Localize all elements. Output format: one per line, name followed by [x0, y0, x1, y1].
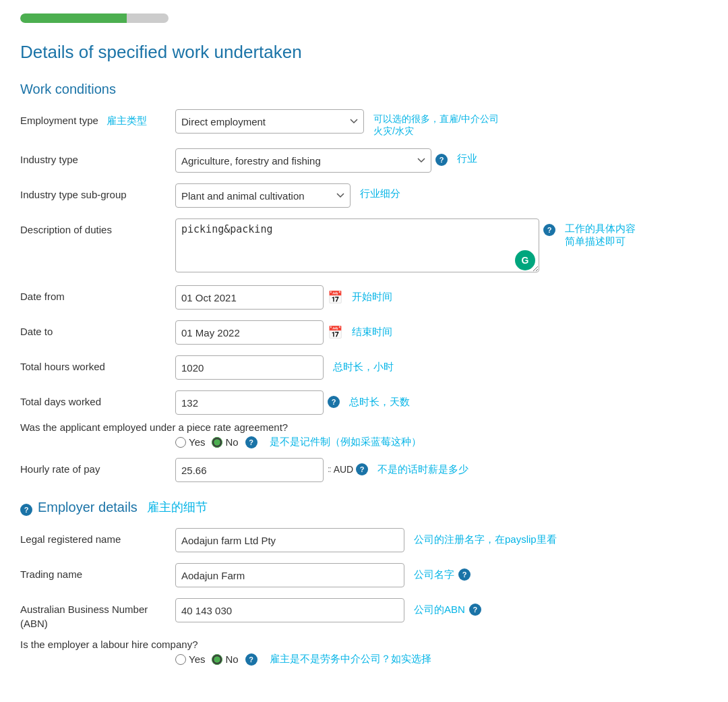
industry-sub-wrap: Plant and animal cultivation Fishing For…	[175, 183, 708, 208]
date-to-calendar-icon[interactable]: 📅	[328, 325, 342, 340]
abn-wrap: 公司的ABN ?	[175, 598, 708, 622]
labour-hire-yes-radio[interactable]	[175, 654, 186, 665]
currency-dots-icon: ::	[328, 465, 331, 474]
hourly-rate-help-icon[interactable]: ?	[356, 463, 368, 475]
date-from-annotation: 开始时间	[352, 291, 392, 303]
employer-title-row: ? Employer details 雇主的细节	[20, 498, 708, 516]
employer-section-help-icon[interactable]: ?	[20, 504, 32, 516]
total-hours-annotation: 总时长，小时	[333, 361, 394, 374]
labour-hire-no-label[interactable]: No	[212, 653, 238, 665]
trading-name-wrap: 公司名字 ?	[175, 563, 708, 587]
hourly-rate-grid: Hourly rate of pay :: AUD ? 不是的话时薪是多少	[20, 458, 708, 482]
aud-label: AUD	[334, 464, 354, 475]
piece-rate-annotation: 是不是记件制（例如采蓝莓这种）	[270, 436, 421, 448]
date-to-annotation: 结束时间	[352, 326, 392, 339]
abn-annotation: 公司的ABN	[414, 604, 465, 616]
duties-textarea[interactable]: picking&packing	[175, 218, 539, 272]
trading-name-input[interactable]	[175, 563, 404, 587]
date-from-label: Date from	[20, 285, 175, 303]
hourly-rate-wrap: :: AUD ? 不是的话时薪是多少	[175, 458, 708, 482]
duties-help-icon[interactable]: ?	[543, 224, 555, 236]
work-conditions-form: Employment type 雇主类型 Direct employment L…	[20, 109, 708, 415]
industry-type-wrap: Agriculture, forestry and fishing Mining…	[175, 148, 708, 173]
employer-details-section: ? Employer details 雇主的细节 Legal registere…	[20, 498, 708, 666]
hourly-rate-annotation: 不是的话时薪是多少	[377, 463, 468, 476]
industry-sub-label: Industry type sub-group	[20, 183, 175, 202]
abn-label: Australian Business Number (ABN)	[20, 598, 175, 631]
total-days-annotation: 总时长，天数	[349, 396, 410, 409]
abn-input[interactable]	[175, 598, 404, 622]
progress-bar-container	[20, 13, 169, 23]
date-to-input-wrap: 📅	[175, 320, 342, 345]
sub-annotation: 行业细分	[360, 187, 400, 200]
employment-annotation-right: 可以选的很多，直雇/中介公司火灾/水灾	[373, 113, 499, 138]
date-from-input[interactable]	[175, 285, 324, 310]
total-hours-label: Total hours worked	[20, 355, 175, 374]
employer-details-annotation: 雇主的细节	[147, 499, 208, 515]
duties-textarea-wrap: picking&packing G	[175, 218, 539, 274]
legal-name-wrap: 公司的注册名字，在payslip里看	[175, 528, 708, 552]
date-to-input[interactable]	[175, 320, 324, 345]
employment-type-annotation: 雇主类型	[107, 115, 147, 126]
piece-rate-no-label[interactable]: No	[212, 436, 238, 448]
duties-label: Description of duties	[20, 218, 175, 237]
legal-name-input[interactable]	[175, 528, 404, 552]
industry-help-icon[interactable]: ?	[435, 154, 448, 166]
piece-rate-no-radio[interactable]	[212, 437, 222, 448]
hourly-rate-input[interactable]	[175, 458, 324, 482]
piece-rate-section: Was the applicant employed under a piece…	[20, 421, 708, 448]
trading-name-label: Trading name	[20, 563, 175, 581]
industry-annotation: 行业	[457, 152, 477, 165]
labour-hire-section: Is the employer a labour hire company? Y…	[20, 639, 708, 666]
date-from-input-wrap: 📅	[175, 285, 342, 310]
industry-type-select[interactable]: Agriculture, forestry and fishing Mining…	[175, 148, 431, 173]
piece-rate-answers: Yes No ? 是不是记件制（例如采蓝莓这种）	[175, 436, 708, 448]
labour-hire-answers: Yes No ? 雇主是不是劳务中介公司？如实选择	[175, 653, 708, 666]
page-title: Details of specified work undertaken	[20, 42, 708, 63]
labour-hire-yes-label[interactable]: Yes	[175, 653, 205, 665]
legal-name-label: Legal registered name	[20, 528, 175, 546]
piece-rate-yes-radio[interactable]	[175, 437, 186, 448]
date-to-wrap: 📅 结束时间	[175, 320, 708, 345]
total-days-input[interactable]	[175, 390, 324, 415]
industry-type-label: Industry type	[20, 148, 175, 167]
employer-details-form: Legal registered name 公司的注册名字，在payslip里看…	[20, 528, 708, 631]
work-conditions-title: Work conditions	[20, 82, 708, 97]
piece-rate-yes-label[interactable]: Yes	[175, 436, 205, 448]
currency-wrap: :: AUD ?	[328, 463, 368, 475]
date-to-label: Date to	[20, 320, 175, 339]
date-from-wrap: 📅 开始时间	[175, 285, 708, 310]
page-wrapper: Details of specified work undertaken Wor…	[0, 0, 728, 686]
trading-name-annotation: 公司名字	[414, 568, 454, 581]
piece-rate-question: Was the applicant employed under a piece…	[20, 421, 708, 433]
total-hours-input[interactable]	[175, 355, 324, 380]
trading-name-help-icon[interactable]: ?	[458, 568, 471, 581]
work-conditions-section: Work conditions Employment type 雇主类型 Dir…	[20, 82, 708, 482]
employment-type-wrap: Direct employment Labour hire Other 可以选的…	[175, 109, 708, 138]
total-days-help-icon[interactable]: ?	[328, 396, 340, 408]
duties-wrap-outer: picking&packing G ? 工作的具体内容 简单描述即可	[175, 218, 708, 274]
total-hours-wrap: 总时长，小时	[175, 355, 708, 380]
total-days-wrap: ? 总时长，天数	[175, 390, 708, 415]
industry-sub-select[interactable]: Plant and animal cultivation Fishing For…	[175, 183, 351, 208]
date-from-calendar-icon[interactable]: 📅	[328, 290, 342, 305]
total-days-label: Total days worked	[20, 390, 175, 409]
employment-type-select[interactable]: Direct employment Labour hire Other	[175, 109, 364, 134]
labour-hire-help-icon[interactable]: ?	[245, 653, 257, 666]
hourly-rate-label: Hourly rate of pay	[20, 458, 175, 476]
labour-hire-question: Is the employer a labour hire company?	[20, 639, 708, 650]
duties-annotation: 工作的具体内容 简单描述即可	[565, 223, 636, 248]
labour-hire-annotation: 雇主是不是劳务中介公司？如实选择	[270, 653, 431, 666]
employment-type-label: Employment type 雇主类型	[20, 109, 175, 127]
legal-name-annotation: 公司的注册名字，在payslip里看	[414, 533, 557, 546]
employer-details-title: Employer details	[38, 500, 138, 515]
grammarly-icon: G	[515, 250, 535, 270]
labour-hire-no-radio[interactable]	[212, 654, 222, 665]
progress-bar-fill	[20, 13, 127, 23]
piece-rate-help-icon[interactable]: ?	[245, 436, 257, 448]
abn-help-icon[interactable]: ?	[469, 604, 481, 616]
